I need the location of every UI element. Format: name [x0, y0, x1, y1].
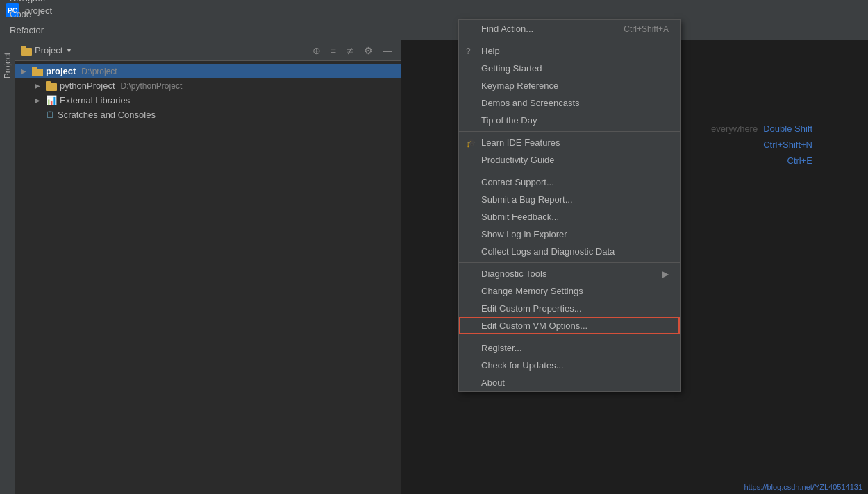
tree-item-scratches[interactable]: 🗒 Scratches and Consoles [15, 108, 401, 122]
dropdown-item-check-updates[interactable]: Check for Updates... [459, 357, 680, 374]
svg-rect-3 [32, 67, 37, 70]
folder-icon-project [32, 67, 43, 76]
project-tree: ▶ project D:\project ▶ pythonProject D:\… [15, 61, 401, 494]
dropdown-label-edit-custom-props: Edit Custom Properties... [481, 303, 582, 314]
dropdown-label-tip: Tip of the Day [481, 115, 537, 126]
dropdown-item-tip[interactable]: Tip of the Day [459, 112, 680, 129]
hint-text-1: everywhere [711, 124, 758, 134]
submenu-arrow-diagnostic-tools: ▶ [662, 269, 669, 279]
dropdown-item-help[interactable]: ?Help [459, 42, 680, 60]
dropdown-shortcut-find-action: Ctrl+Shift+A [624, 24, 669, 34]
dropdown-item-edit-custom-props[interactable]: Edit Custom Properties... [459, 300, 680, 317]
dropdown-label-learn-ide: Learn IDE Features [481, 137, 560, 148]
menu-bar: FileEditViewNavigateCodeRefactorRunVCSWi… [0, 21, 868, 40]
panel-tools: ⊕ ≡ ≢ ⚙ — [310, 44, 395, 58]
menu-item-code[interactable]: Code [3, 6, 52, 22]
dropdown-item-diagnostic-tools[interactable]: Diagnostic Tools▶ [459, 265, 680, 282]
arrow-external-libs: ▶ [35, 96, 43, 104]
help-dropdown: Find Action...Ctrl+Shift+A?HelpGetting S… [458, 19, 681, 392]
tool-collapse[interactable]: ≡ [328, 44, 339, 58]
dropdown-label-find-action: Find Action... [481, 24, 533, 34]
dropdown-item-show-log[interactable]: Show Log in Explorer [459, 225, 680, 243]
scratch-icon: 🗒 [46, 110, 55, 120]
svg-rect-1 [21, 46, 26, 49]
dropdown-icon-help: ? [466, 46, 471, 56]
tree-path-project: D:\project [81, 67, 117, 76]
tree-path-pythonproject: D:\pythonProject [121, 81, 183, 91]
dropdown-item-register[interactable]: Register... [459, 339, 680, 357]
dropdown-item-edit-custom-vm[interactable]: Edit Custom VM Options... [459, 317, 680, 334]
menu-item-navigate[interactable]: Navigate [3, 0, 52, 6]
dropdown-label-diagnostic-tools: Diagnostic Tools [481, 269, 546, 279]
dropdown-label-help: Help [481, 46, 500, 56]
arrow-project: ▶ [21, 67, 29, 75]
main-layout: Project Project ▼ ⊕ ≡ ≢ ⚙ — [0, 40, 868, 494]
dropdown-label-check-updates: Check for Updates... [481, 360, 564, 370]
folder-icon [21, 46, 32, 56]
dropdown-item-about[interactable]: About [459, 374, 680, 391]
hint-shortcut-3: Ctrl+E [787, 155, 812, 166]
dropdown-item-collect-logs[interactable]: Collect Logs and Diagnostic Data [459, 243, 680, 260]
tool-add[interactable]: ⊕ [310, 44, 324, 58]
folder-icon-pythonproject [46, 81, 57, 91]
hint-row-2: Ctrl+Shift+N [711, 139, 812, 150]
svg-rect-5 [46, 81, 51, 85]
vertical-sidebar: Project [0, 40, 15, 494]
hint-shortcut-1: Double Shift [763, 124, 812, 134]
dropdown-label-submit-bug: Submit a Bug Report... [481, 194, 573, 205]
panel-title: Project ▼ [21, 45, 72, 56]
hint-row-3: Ctrl+E [711, 155, 812, 166]
project-panel: Project ▼ ⊕ ≡ ≢ ⚙ — ▶ project D:\project [15, 40, 401, 494]
dropdown-item-submit-feedback[interactable]: Submit Feedback... [459, 208, 680, 225]
panel-chevron[interactable]: ▼ [65, 46, 72, 54]
dropdown-label-show-log: Show Log in Explorer [481, 229, 567, 239]
dropdown-item-find-action[interactable]: Find Action...Ctrl+Shift+A [459, 20, 680, 37]
tree-item-external-libs[interactable]: ▶ 📊 External Libraries [15, 93, 401, 108]
sidebar-tab-project[interactable]: Project [0, 47, 15, 84]
tool-settings[interactable]: ⚙ [361, 44, 376, 58]
tree-item-project[interactable]: ▶ project D:\project [15, 64, 401, 78]
dropdown-label-contact-support: Contact Support... [481, 177, 554, 187]
dropdown-label-edit-custom-vm: Edit Custom VM Options... [481, 321, 587, 331]
dropdown-menu-container: Find Action...Ctrl+Shift+A?HelpGetting S… [458, 19, 681, 392]
dropdown-label-collect-logs: Collect Logs and Diagnostic Data [481, 246, 615, 257]
url-bar: https://blog.csdn.net/YZL40514131 [738, 480, 868, 494]
tool-expand[interactable]: ≢ [343, 44, 357, 58]
hint-area: everywhere Double Shift Ctrl+Shift+N Ctr… [711, 124, 812, 166]
dropdown-item-submit-bug[interactable]: Submit a Bug Report... [459, 191, 680, 208]
dropdown-label-demos: Demos and Screencasts [481, 98, 580, 108]
dropdown-label-register: Register... [481, 343, 522, 353]
tree-text-external-libs: External Libraries [60, 95, 130, 105]
menu-item-refactor[interactable]: Refactor [3, 22, 52, 38]
dropdown-separator [459, 337, 680, 337]
dropdown-separator [459, 40, 680, 40]
tool-minimize[interactable]: — [380, 44, 395, 58]
dropdown-label-getting-started: Getting Started [481, 63, 542, 74]
tree-text-scratches: Scratches and Consoles [58, 110, 156, 120]
project-panel-header: Project ▼ ⊕ ≡ ≢ ⚙ — [15, 40, 401, 61]
url-text: https://blog.csdn.net/YZL40514131 [744, 483, 862, 491]
title-bar: PC project [0, 0, 868, 21]
tree-item-pythonproject[interactable]: ▶ pythonProject D:\pythonProject [15, 78, 401, 93]
dropdown-separator [459, 131, 680, 132]
dropdown-item-getting-started[interactable]: Getting Started [459, 60, 680, 77]
hint-row-1: everywhere Double Shift [711, 124, 812, 134]
dropdown-separator [459, 262, 680, 263]
hint-shortcut-2: Ctrl+Shift+N [763, 139, 812, 150]
arrow-pythonproject: ▶ [35, 82, 43, 90]
dropdown-label-keymap: Keymap Reference [481, 80, 558, 91]
tree-text-project: project [46, 66, 76, 76]
dropdown-item-productivity[interactable]: Productivity Guide [459, 151, 680, 169]
dropdown-item-learn-ide[interactable]: 🎓Learn IDE Features [459, 134, 680, 151]
dropdown-item-demos[interactable]: Demos and Screencasts [459, 94, 680, 112]
lib-icon: 📊 [46, 95, 57, 105]
dropdown-label-change-memory: Change Memory Settings [481, 286, 583, 296]
dropdown-item-keymap[interactable]: Keymap Reference [459, 77, 680, 94]
panel-title-text: Project [35, 45, 62, 56]
dropdown-label-about: About [481, 377, 505, 388]
dropdown-separator [459, 171, 680, 171]
dropdown-item-contact-support[interactable]: Contact Support... [459, 173, 680, 191]
tree-text-pythonproject: pythonProject [60, 80, 115, 91]
dropdown-icon-learn-ide: 🎓 [466, 138, 476, 148]
dropdown-item-change-memory[interactable]: Change Memory Settings [459, 282, 680, 300]
